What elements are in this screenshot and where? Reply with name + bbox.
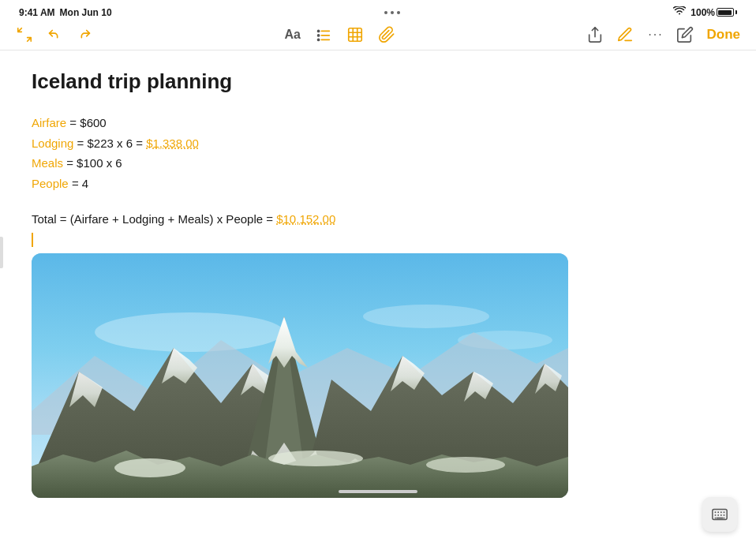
svg-point-4	[317, 39, 320, 42]
status-center	[384, 11, 400, 14]
svg-point-16	[95, 312, 284, 352]
undo-button[interactable]	[46, 26, 63, 43]
svg-point-34	[114, 458, 185, 477]
share-button[interactable]	[586, 26, 604, 43]
cursor	[32, 230, 724, 247]
formula-airfare: Airfare = $600	[32, 113, 724, 133]
status-right: 100%	[673, 6, 737, 18]
airfare-label: Airfare	[32, 116, 66, 129]
svg-point-13	[660, 34, 661, 36]
battery-percent: 100%	[691, 7, 715, 18]
toolbar-center: Aa	[285, 26, 395, 43]
meals-label: Meals	[32, 156, 63, 170]
note-content: Iceland trip planning Airfare = $600 Lod…	[0, 50, 756, 518]
airfare-value: = $600	[69, 116, 106, 129]
svg-point-12	[655, 34, 657, 36]
total-result: $10,152.00	[276, 212, 335, 226]
svg-point-36	[426, 457, 505, 473]
table-button[interactable]	[346, 26, 364, 43]
wifi-icon	[673, 6, 686, 18]
people-label: People	[32, 177, 69, 190]
lodging-result: $1,338.00	[146, 136, 199, 150]
dot-3	[397, 11, 400, 14]
svg-rect-6	[349, 28, 362, 42]
date: Mon Jun 10	[60, 7, 112, 18]
text-cursor	[32, 233, 33, 247]
keyboard-icon	[711, 506, 728, 523]
toolbar-right: Done	[586, 26, 740, 43]
status-bar: 9:41 AM Mon Jun 10 100%	[0, 0, 756, 21]
note-title: Iceland trip planning	[32, 69, 724, 94]
meals-value: = $100 x 6	[66, 156, 122, 170]
done-button[interactable]: Done	[706, 27, 740, 43]
svg-point-14	[649, 34, 651, 36]
font-button[interactable]: Aa	[285, 28, 301, 42]
toolbar: Aa	[0, 21, 756, 50]
redo-button[interactable]	[76, 26, 93, 43]
attach-button[interactable]	[378, 26, 395, 43]
more-button[interactable]	[646, 26, 664, 43]
scroll-indicator	[339, 490, 417, 493]
svg-point-35	[268, 451, 363, 466]
checklist-button[interactable]	[315, 26, 332, 43]
mountain-svg	[32, 253, 568, 498]
collapse-button[interactable]	[16, 26, 33, 43]
formula-people: People = 4	[32, 174, 724, 194]
formula-section: Airfare = $600 Lodging = $223 x 6 = $1,3…	[32, 113, 724, 193]
status-left: 9:41 AM Mon Jun 10	[19, 7, 112, 18]
edit-button[interactable]	[676, 26, 694, 43]
formula-lodging: Lodging = $223 x 6 = $1,338.00	[32, 133, 724, 154]
keyboard-button[interactable]	[702, 497, 737, 532]
svg-point-0	[317, 30, 320, 33]
svg-point-2	[317, 34, 320, 37]
lodging-expression: = $223 x 6 =	[77, 136, 143, 150]
total-line: Total = (Airfare + Lodging + Meals) x Pe…	[32, 209, 724, 230]
lodging-label: Lodging	[32, 136, 73, 150]
pen-button[interactable]	[616, 26, 634, 43]
battery-indicator: 100%	[691, 7, 737, 18]
toolbar-left	[16, 26, 93, 43]
formula-meals: Meals = $100 x 6	[32, 153, 724, 174]
svg-point-17	[363, 305, 489, 328]
dot-2	[391, 11, 394, 14]
dot-1	[384, 11, 387, 14]
note-photo	[32, 253, 568, 498]
time: 9:41 AM	[19, 7, 55, 18]
people-value: = 4	[72, 177, 88, 190]
total-expression: Total = (Airfare + Lodging + Meals) x Pe…	[32, 212, 273, 226]
